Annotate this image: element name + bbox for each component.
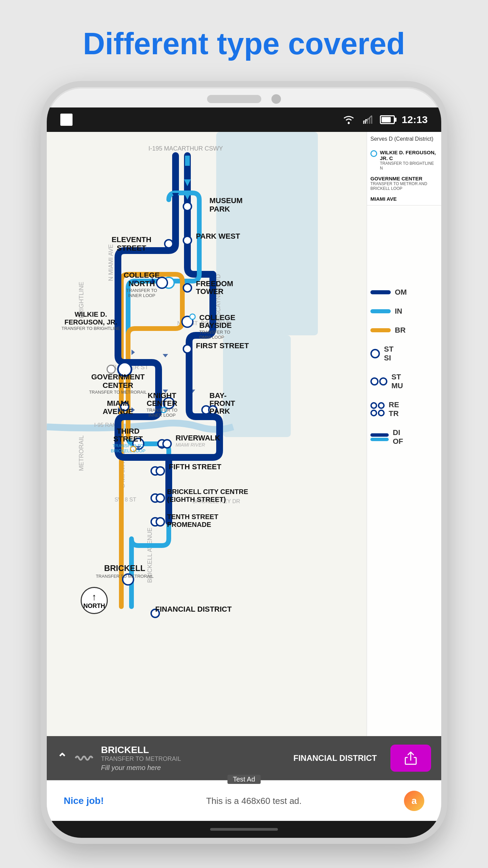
phone-speaker — [207, 95, 261, 103]
legend-label-brickell: BR — [395, 326, 406, 335]
svg-point-46 — [156, 467, 164, 475]
legend-label-st-mu: STMU — [391, 373, 403, 390]
svg-text:TRANSFER TO METRORAIL: TRANSFER TO METRORAIL — [96, 574, 154, 579]
wilkie-sub: TRANSFER TO BRIGHTLINE N — [380, 161, 438, 171]
brickell-sub: TRANSFER TO METRORAIL — [101, 755, 181, 763]
svg-point-27 — [183, 236, 191, 244]
status-time: 12:13 — [402, 114, 428, 125]
memo-placeholder[interactable]: Fill your memo here — [101, 764, 181, 772]
legend-item-diff: DIOF — [370, 428, 438, 446]
svg-text:STREET: STREET — [114, 435, 143, 443]
svg-text:KNIGHT: KNIGHT — [148, 391, 177, 400]
svg-rect-1 — [65, 121, 68, 122]
brickell-label: BRICKELL — [101, 745, 181, 755]
top-right-govt: GOVERNME CENTER TRANSFER TO METROR AND B… — [370, 176, 438, 191]
wifi-icon — [342, 114, 355, 125]
svg-text:BRICKELL LOOP: BRICKELL LOOP — [111, 448, 145, 453]
svg-text:PROMENADE: PROMENADE — [167, 521, 211, 528]
map-area: I-195 MACARTHUR CSWY BRIGHTLINE N MIAMI … — [47, 132, 441, 736]
svg-point-48 — [156, 494, 164, 502]
ad-bar: Test Ad Nice job! This is a 468x60 test … — [47, 780, 441, 821]
svg-text:PARK: PARK — [209, 407, 230, 415]
legend-label-re-tr: RETR — [389, 400, 399, 418]
phone-camera — [271, 94, 281, 104]
svg-text:MIAMI RIVER: MIAMI RIVER — [176, 442, 205, 448]
legend-item-omni: OM — [370, 288, 438, 297]
svg-text:BAY-: BAY- — [209, 391, 227, 400]
svg-marker-100 — [163, 354, 168, 357]
brickell-station-info: BRICKELL TRANSFER TO METRORAIL Fill your… — [101, 745, 181, 772]
svg-text:I-195 MACARTHUR CSWY: I-195 MACARTHUR CSWY — [148, 145, 223, 152]
svg-text:COLLEGE: COLLEGE — [199, 313, 235, 322]
legend-label-di-of: DIOF — [393, 428, 403, 446]
govt-sub: TRANSFER TO METROR AND BRICKELL LOOP — [370, 181, 438, 191]
ad-nice-job: Nice job! — [64, 795, 104, 806]
transit-map-svg: I-195 MACARTHUR CSWY BRIGHTLINE N MIAMI … — [47, 132, 379, 708]
svg-text:GOVERNMENT: GOVERNMENT — [91, 373, 145, 381]
compass-label: NORTH — [83, 603, 105, 610]
svg-point-32 — [190, 314, 195, 319]
svg-text:FERGUSON, JR.: FERGUSON, JR. — [64, 318, 117, 326]
svg-text:FIRST STREET: FIRST STREET — [196, 341, 249, 350]
signal-icon — [362, 114, 373, 125]
legend-line-omni — [370, 290, 391, 294]
chevron-up-icon[interactable]: ⌃ — [57, 751, 67, 765]
svg-text:BRICKELL: BRICKELL — [104, 564, 145, 573]
financial-label: FINANCIAL DISTRICT — [293, 753, 377, 763]
legend-item-station-single: STSI — [370, 345, 438, 362]
top-right-serves: Serves D (Central District) — [370, 135, 438, 143]
legend-line-inner — [370, 309, 391, 313]
wilkie-name: WILKIE D. FERGUSON, JR. C — [380, 150, 438, 161]
top-right-wilkie: WILKIE D. FERGUSON, JR. C TRANSFER TO BR… — [370, 150, 438, 171]
brickell-info: BRICKELL TRANSFER TO METRORAIL Fill your… — [74, 745, 287, 772]
svg-text:(EIGHTH STREET): (EIGHTH STREET) — [167, 496, 226, 503]
bottom-bar: ⌃ BRICKELL TRANSFER TO METRORAIL Fill yo… — [47, 736, 441, 780]
legend-item-brickell: BR — [370, 326, 438, 335]
battery-icon — [380, 115, 395, 124]
metro-wave-icon — [74, 751, 94, 765]
svg-point-44 — [163, 440, 171, 448]
svg-text:BRICKELL CITY CENTRE: BRICKELL CITY CENTRE — [167, 488, 248, 495]
svg-marker-107 — [131, 350, 135, 355]
svg-text:THIRD: THIRD — [117, 427, 139, 435]
legend-label-st-si: STSI — [384, 345, 393, 362]
legend-item-station-multi: STMU — [370, 373, 438, 390]
legend-item-transfer: RETR — [370, 400, 438, 418]
status-right: 12:13 — [342, 114, 428, 125]
phone-home-indicator — [47, 821, 441, 838]
svg-text:STREET: STREET — [117, 244, 146, 252]
svg-point-50 — [156, 518, 164, 526]
svg-text:PARK: PARK — [209, 205, 230, 213]
legend-panel: OM IN BR STSI — [367, 132, 441, 736]
legend-line-brickell — [370, 328, 391, 332]
svg-text:TRANSFER TO METRORAIL: TRANSFER TO METRORAIL — [89, 390, 147, 395]
svg-text:SW 8 ST: SW 8 ST — [115, 497, 136, 502]
svg-text:MIAMI: MIAMI — [107, 399, 129, 408]
svg-text:PARK WEST: PARK WEST — [196, 232, 240, 240]
notification-icon — [62, 116, 70, 124]
svg-point-25 — [165, 240, 173, 248]
share-button[interactable] — [390, 745, 431, 772]
phone-frame: 12:13 I-195 MACARTHUR CSWY BRIGHTLINE N … — [41, 81, 447, 844]
svg-text:CENTER: CENTER — [147, 399, 178, 408]
svg-text:FINANCIAL DISTRICT: FINANCIAL DISTRICT — [155, 605, 232, 613]
page-title: Different type covered — [83, 27, 405, 61]
svg-text:MUSEUM: MUSEUM — [209, 196, 243, 205]
svg-text:TRANSFER TO: TRANSFER TO — [126, 288, 157, 293]
svg-text:FREEDOM: FREEDOM — [196, 279, 233, 288]
svg-point-2 — [348, 122, 350, 124]
svg-text:TRANSFER TO: TRANSFER TO — [146, 408, 177, 413]
legend-label-omni: OM — [395, 288, 407, 297]
legend-label-inner: IN — [395, 307, 402, 316]
ad-logo: a — [404, 791, 424, 811]
svg-text:TOWER: TOWER — [196, 287, 224, 296]
svg-rect-4 — [223, 335, 291, 437]
svg-text:CENTER: CENTER — [103, 381, 134, 390]
svg-text:N MIAMI AVE: N MIAMI AVE — [107, 244, 114, 281]
govt-name: GOVERNME CENTER — [370, 176, 438, 181]
svg-point-33 — [183, 345, 191, 353]
svg-text:TRANSFER TO: TRANSFER TO — [199, 330, 230, 335]
serves-text: Serves D (Central District) — [370, 136, 433, 142]
svg-text:TENTH STREET: TENTH STREET — [167, 513, 218, 520]
svg-text:BAYSIDE: BAYSIDE — [199, 321, 232, 330]
